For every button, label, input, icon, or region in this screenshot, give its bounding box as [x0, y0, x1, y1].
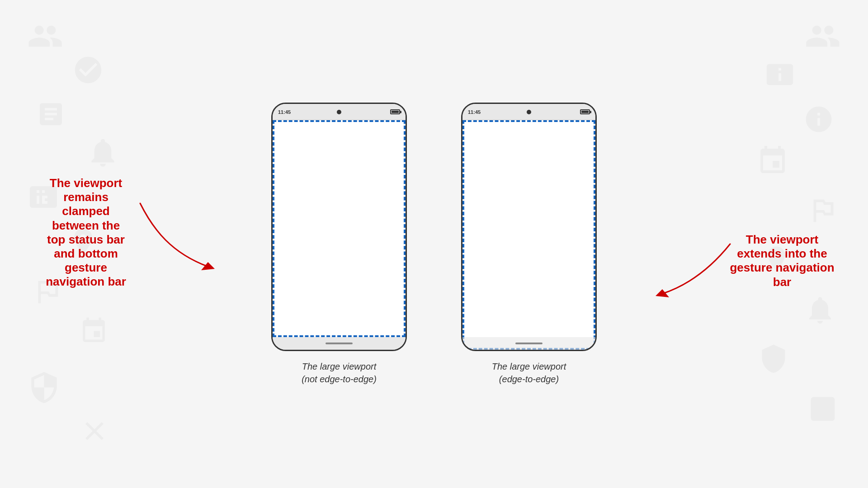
right-battery-fill	[581, 111, 589, 113]
right-annotation-text: The viewportextends into thegesture navi…	[723, 233, 841, 289]
left-phone-caption: The large viewport (not edge-to-edge)	[302, 360, 377, 385]
right-caption-line2: (edge-to-edge)	[492, 373, 566, 385]
right-caption-line1: The large viewport	[492, 360, 566, 373]
right-annotation: The viewportextends into thegesture navi…	[723, 233, 841, 289]
left-camera-dot	[337, 110, 341, 114]
right-battery-icon	[580, 109, 590, 114]
left-status-bar: 11:45	[273, 104, 406, 120]
right-battery-body	[580, 109, 590, 114]
right-status-bar: 11:45	[462, 104, 595, 120]
left-gesture-bar	[273, 337, 406, 350]
right-status-time: 11:45	[468, 109, 481, 115]
right-arrow-svg	[649, 235, 739, 307]
left-caption-line2: (not edge-to-edge)	[302, 373, 377, 385]
right-viewport-area	[462, 120, 595, 350]
right-camera-dot	[527, 110, 531, 114]
left-battery-body	[390, 109, 400, 114]
left-viewport-area	[273, 120, 406, 337]
left-phone-wrapper: 11:45 The large viewport (not edge-to-ed…	[271, 103, 407, 385]
svg-marker-0	[201, 262, 215, 270]
right-phone-mockup: 11:45	[461, 103, 597, 351]
right-phone-caption: The large viewport (edge-to-edge)	[492, 360, 566, 385]
right-gesture-handle	[515, 343, 542, 344]
left-caption-line1: The large viewport	[302, 360, 377, 373]
right-gesture-bar	[462, 337, 595, 350]
svg-marker-1	[656, 289, 669, 297]
left-arrow-svg	[127, 194, 226, 285]
left-battery-fill	[392, 111, 399, 113]
left-phone-mockup: 11:45	[271, 103, 407, 351]
right-phone-wrapper: 11:45 The large viewport (edge-to-edge)	[461, 103, 597, 385]
left-gesture-handle	[326, 343, 353, 344]
left-status-time: 11:45	[278, 109, 291, 115]
left-battery-icon	[390, 109, 400, 114]
